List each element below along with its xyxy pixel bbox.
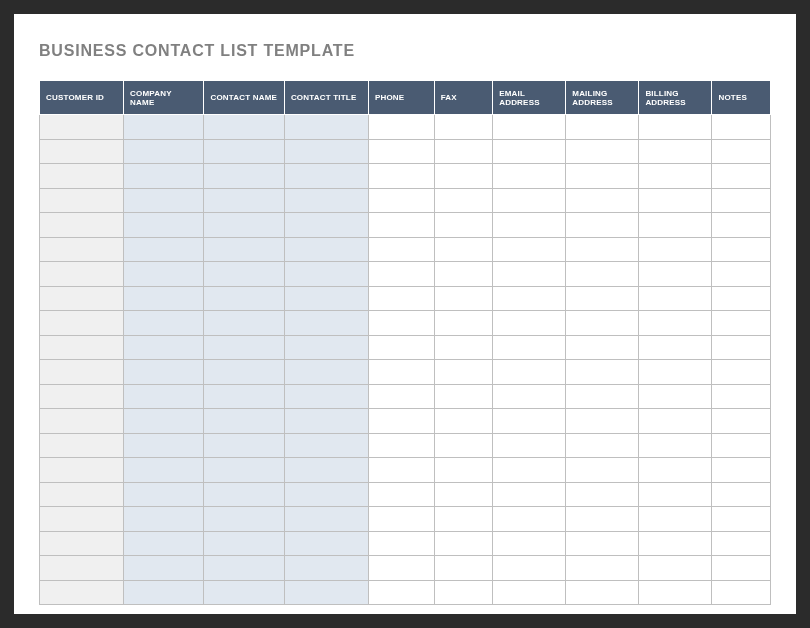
table-cell[interactable] [566, 115, 639, 140]
table-cell[interactable] [566, 384, 639, 409]
table-cell[interactable] [368, 458, 434, 483]
table-cell[interactable] [566, 458, 639, 483]
table-cell[interactable] [124, 286, 204, 311]
table-cell[interactable] [204, 188, 284, 213]
table-cell[interactable] [639, 311, 712, 336]
table-cell[interactable] [40, 286, 124, 311]
table-cell[interactable] [368, 360, 434, 385]
table-cell[interactable] [40, 507, 124, 532]
table-cell[interactable] [124, 164, 204, 189]
table-cell[interactable] [493, 531, 566, 556]
table-cell[interactable] [204, 531, 284, 556]
table-cell[interactable] [712, 164, 771, 189]
table-cell[interactable] [284, 188, 368, 213]
table-cell[interactable] [434, 237, 492, 262]
table-cell[interactable] [712, 482, 771, 507]
table-cell[interactable] [566, 139, 639, 164]
table-cell[interactable] [284, 311, 368, 336]
table-cell[interactable] [284, 482, 368, 507]
table-cell[interactable] [493, 188, 566, 213]
table-cell[interactable] [712, 188, 771, 213]
table-cell[interactable] [639, 531, 712, 556]
table-cell[interactable] [204, 458, 284, 483]
table-cell[interactable] [204, 507, 284, 532]
table-cell[interactable] [566, 164, 639, 189]
table-cell[interactable] [284, 286, 368, 311]
table-cell[interactable] [124, 188, 204, 213]
table-cell[interactable] [566, 311, 639, 336]
table-cell[interactable] [639, 507, 712, 532]
table-cell[interactable] [712, 139, 771, 164]
table-cell[interactable] [434, 360, 492, 385]
table-cell[interactable] [434, 482, 492, 507]
table-cell[interactable] [434, 556, 492, 581]
table-cell[interactable] [434, 409, 492, 434]
table-cell[interactable] [284, 507, 368, 532]
table-cell[interactable] [124, 237, 204, 262]
table-cell[interactable] [712, 335, 771, 360]
table-cell[interactable] [639, 262, 712, 287]
table-cell[interactable] [639, 409, 712, 434]
table-cell[interactable] [493, 115, 566, 140]
table-cell[interactable] [284, 139, 368, 164]
table-cell[interactable] [493, 482, 566, 507]
table-cell[interactable] [204, 115, 284, 140]
table-cell[interactable] [284, 335, 368, 360]
table-cell[interactable] [434, 164, 492, 189]
table-cell[interactable] [204, 237, 284, 262]
table-cell[interactable] [204, 360, 284, 385]
table-cell[interactable] [124, 115, 204, 140]
table-cell[interactable] [712, 580, 771, 605]
table-cell[interactable] [639, 556, 712, 581]
table-cell[interactable] [566, 360, 639, 385]
table-cell[interactable] [368, 311, 434, 336]
table-cell[interactable] [284, 262, 368, 287]
table-cell[interactable] [434, 139, 492, 164]
table-cell[interactable] [566, 507, 639, 532]
table-cell[interactable] [368, 164, 434, 189]
table-cell[interactable] [566, 409, 639, 434]
table-cell[interactable] [493, 311, 566, 336]
table-cell[interactable] [40, 115, 124, 140]
table-cell[interactable] [204, 164, 284, 189]
table-cell[interactable] [434, 335, 492, 360]
table-cell[interactable] [566, 556, 639, 581]
table-cell[interactable] [204, 139, 284, 164]
table-cell[interactable] [40, 384, 124, 409]
table-cell[interactable] [124, 409, 204, 434]
table-cell[interactable] [566, 531, 639, 556]
table-cell[interactable] [639, 360, 712, 385]
table-cell[interactable] [566, 482, 639, 507]
table-cell[interactable] [493, 139, 566, 164]
table-cell[interactable] [639, 164, 712, 189]
table-cell[interactable] [566, 580, 639, 605]
table-cell[interactable] [368, 531, 434, 556]
table-cell[interactable] [204, 409, 284, 434]
table-cell[interactable] [284, 409, 368, 434]
table-cell[interactable] [434, 286, 492, 311]
table-cell[interactable] [284, 360, 368, 385]
table-cell[interactable] [712, 360, 771, 385]
table-cell[interactable] [284, 458, 368, 483]
table-cell[interactable] [712, 213, 771, 238]
table-cell[interactable] [712, 507, 771, 532]
table-cell[interactable] [368, 286, 434, 311]
table-cell[interactable] [284, 115, 368, 140]
table-cell[interactable] [284, 237, 368, 262]
table-cell[interactable] [124, 433, 204, 458]
table-cell[interactable] [124, 531, 204, 556]
table-cell[interactable] [40, 311, 124, 336]
table-cell[interactable] [493, 164, 566, 189]
table-cell[interactable] [40, 482, 124, 507]
table-cell[interactable] [368, 556, 434, 581]
table-cell[interactable] [40, 433, 124, 458]
table-cell[interactable] [40, 262, 124, 287]
table-cell[interactable] [40, 335, 124, 360]
table-cell[interactable] [712, 311, 771, 336]
table-cell[interactable] [124, 213, 204, 238]
table-cell[interactable] [639, 384, 712, 409]
table-cell[interactable] [40, 360, 124, 385]
table-cell[interactable] [493, 335, 566, 360]
table-cell[interactable] [124, 507, 204, 532]
table-cell[interactable] [368, 507, 434, 532]
